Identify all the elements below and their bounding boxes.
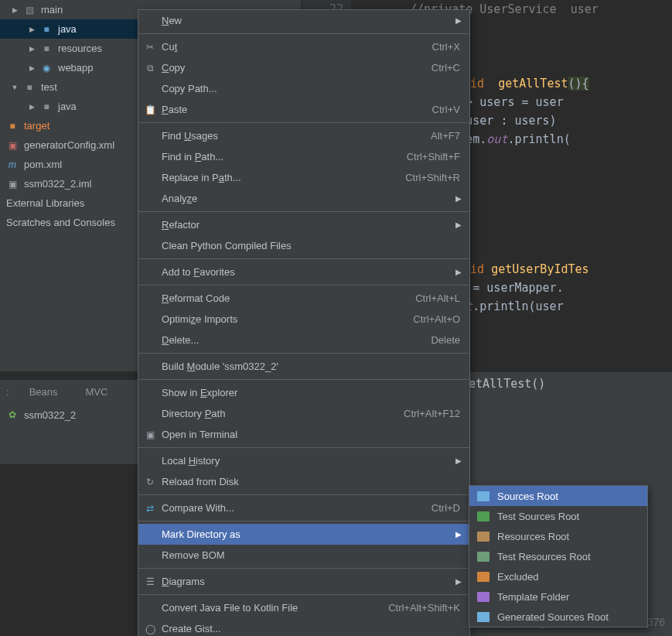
menu-item-reload-disk[interactable]: ↻ Reload from Disk [138, 471, 469, 492]
menu-item-show-explorer[interactable]: Show in Explorer [138, 382, 469, 403]
menu-item-find-in-path[interactable]: Find in Path... Ctrl+Shift+F [138, 146, 469, 167]
maven-file-icon: m [6, 159, 19, 171]
menu-item-convert-kotlin[interactable]: Convert Java File to Kotlin File Ctrl+Al… [138, 597, 469, 618]
menu-label: Convert Java File to Kotlin File [162, 602, 388, 614]
menu-separator [138, 594, 469, 595]
expand-icon[interactable]: ▶ [28, 103, 36, 111]
chevron-right-icon: ▶ [455, 456, 462, 465]
menu-item-local-history[interactable]: Local History ▶ [138, 450, 469, 471]
menu-item-create-gist[interactable]: ◯ Create Gist... [138, 618, 469, 636]
tool-item-label: ssm0322_2 [24, 409, 76, 421]
menu-item-refactor[interactable]: Refactor ▶ [138, 214, 469, 235]
mark-directory-submenu: Sources Root Test Sources Root Resources… [469, 485, 648, 627]
folder-color-icon [477, 532, 490, 542]
menu-item-replace-in-path[interactable]: Replace in Path... Ctrl+Shift+R [138, 167, 469, 188]
submenu-item-test-sources-root[interactable]: Test Sources Root [469, 506, 647, 526]
menu-separator [138, 285, 469, 286]
method-name: getUserByIdTes [491, 262, 588, 276]
shortcut: Ctrl+D [432, 502, 460, 514]
submenu-item-test-resources-root[interactable]: Test Resources Root [469, 546, 647, 566]
chevron-right-icon: ▶ [455, 268, 462, 276]
menu-item-paste[interactable]: 📋 Paste Ctrl+V [138, 99, 469, 120]
terminal-icon: ▣ [143, 428, 157, 442]
github-icon: ◯ [143, 622, 157, 636]
expand-icon[interactable]: ▶ [28, 26, 36, 33]
menu-separator [138, 211, 469, 212]
menu-item-remove-bom[interactable]: Remove BOM [138, 545, 469, 566]
menu-separator [138, 353, 469, 354]
menu-item-copy[interactable]: ⧉ Copy Ctrl+C [138, 57, 469, 78]
shortcut: Alt+F7 [431, 130, 460, 142]
menu-item-add-favorites[interactable]: Add to Favorites ▶ [138, 262, 469, 282]
menu-item-find-usages[interactable]: Find Usages Alt+F7 [138, 125, 469, 146]
folder-color-icon [477, 572, 490, 582]
code-text: > users = user [466, 95, 563, 109]
menu-label: Mark Directory as [162, 528, 460, 540]
separator-label: : [0, 386, 15, 398]
tree-label: resources [58, 43, 102, 54]
expand-icon[interactable]: ▶ [28, 64, 36, 72]
folder-icon: ■ [40, 101, 53, 113]
menu-item-delete[interactable]: Delete... Delete [138, 330, 469, 350]
expand-icon[interactable]: ▶ [11, 6, 19, 14]
shortcut: Ctrl+X [432, 41, 460, 53]
method-name: getAllTest [498, 77, 568, 91]
tree-label: target [24, 120, 49, 132]
copy-icon: ⧉ [143, 61, 157, 75]
menu-label: Compare With... [162, 502, 432, 514]
menu-label: Create Gist... [162, 623, 460, 634]
shortcut: Ctrl+Alt+O [413, 313, 460, 325]
expand-icon[interactable]: ▶ [28, 45, 36, 53]
tree-label: test [41, 81, 57, 93]
submenu-item-excluded[interactable]: Excluded [469, 566, 647, 586]
menu-item-open-terminal[interactable]: ▣ Open in Terminal [138, 424, 469, 445]
submenu-label: Generated Sources Root [497, 611, 609, 623]
menu-item-clean-python[interactable]: Clean Python Compiled Files [138, 235, 469, 256]
tree-label: Scratches and Consoles [6, 217, 115, 228]
menu-item-mark-directory-as[interactable]: Mark Directory as ▶ [138, 524, 469, 545]
chevron-right-icon: ▶ [455, 221, 462, 229]
tab-beans[interactable]: Beans [15, 386, 72, 398]
menu-separator [138, 568, 469, 569]
chevron-right-icon: ▶ [455, 530, 462, 539]
folder-color-icon [477, 592, 490, 602]
menu-item-compare-with[interactable]: ⇄ Compare With... Ctrl+D [138, 498, 469, 518]
submenu-item-template-folder[interactable]: Template Folder [469, 586, 647, 607]
code-text: user : users) [459, 114, 556, 128]
menu-item-reformat[interactable]: Reformat Code Ctrl+Alt+L [138, 288, 469, 309]
menu-item-diagrams[interactable]: ☰ Diagrams ▶ [138, 571, 469, 592]
menu-separator [138, 447, 469, 448]
submenu-label: Test Sources Root [497, 511, 579, 522]
xml-file-icon: ▣ [6, 139, 19, 152]
spring-icon: ✿ [6, 409, 19, 421]
folder-icon: ▤ [23, 4, 36, 16]
menu-item-copy-path[interactable]: Copy Path... [138, 78, 469, 99]
menu-item-new[interactable]: New ▶ [138, 10, 469, 31]
menu-separator [138, 521, 469, 521]
diagram-icon: ☰ [143, 575, 157, 589]
menu-label: Clean Python Compiled Files [162, 240, 460, 251]
menu-item-cut[interactable]: ✂ Cut Ctrl+X [138, 36, 469, 57]
shortcut: Ctrl+Alt+F12 [404, 408, 460, 419]
shortcut: Ctrl+C [432, 62, 460, 74]
chevron-right-icon: ▶ [455, 577, 462, 586]
cut-icon: ✂ [143, 40, 157, 54]
collapse-icon[interactable]: ▼ [11, 84, 19, 91]
submenu-item-resources-root[interactable]: Resources Root [469, 526, 647, 546]
folder-color-icon [477, 552, 490, 562]
menu-item-directory-path[interactable]: Directory Path Ctrl+Alt+F12 [138, 403, 469, 424]
menu-item-analyze[interactable]: Analyze ▶ [138, 188, 469, 209]
chevron-right-icon: ▶ [455, 16, 462, 25]
submenu-item-sources-root[interactable]: Sources Root [469, 486, 647, 506]
submenu-label: Sources Root [497, 491, 558, 502]
web-folder-icon: ◉ [40, 62, 53, 74]
menu-separator [138, 33, 469, 34]
submenu-item-generated-sources-root[interactable]: Generated Sources Root [469, 607, 647, 627]
menu-item-optimize-imports[interactable]: Optimize Imports Ctrl+Alt+O [138, 309, 469, 330]
menu-item-build-module[interactable]: Build Module 'ssm0322_2' [138, 356, 469, 377]
menu-separator [138, 494, 469, 495]
tree-label: External Libraries [6, 197, 84, 209]
chevron-right-icon: ▶ [455, 194, 462, 203]
tab-mvc[interactable]: MVC [72, 386, 122, 398]
paste-icon: 📋 [143, 103, 157, 117]
